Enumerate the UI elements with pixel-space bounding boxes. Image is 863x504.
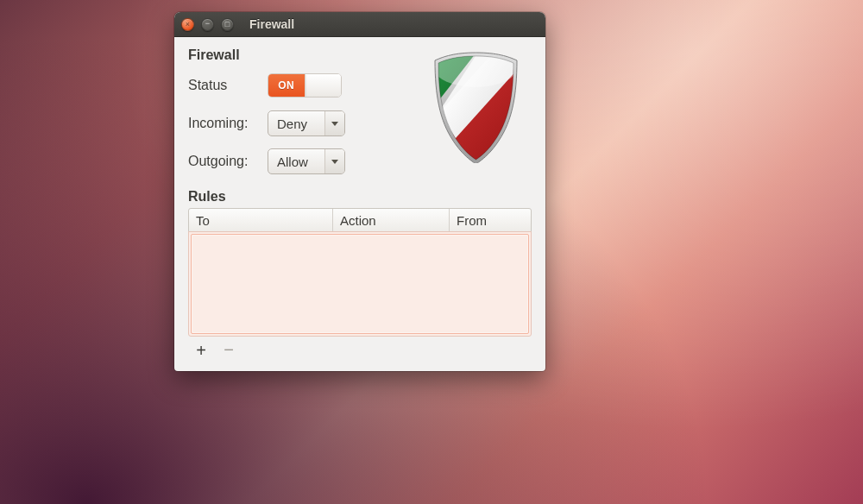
- rules-col-action[interactable]: Action: [333, 209, 450, 231]
- minimize-icon: −: [205, 20, 210, 28]
- firewall-window: × − □ Firewall Firewall Status ON Incomi…: [174, 12, 545, 371]
- incoming-row: Incoming: Deny: [188, 104, 419, 142]
- rules-table-body[interactable]: [188, 231, 532, 337]
- rules-section-title: Rules: [188, 189, 532, 205]
- shield-icon-wrap: [419, 47, 532, 163]
- rules-table-header: To Action From: [188, 208, 532, 232]
- add-rule-button[interactable]: +: [193, 342, 209, 359]
- incoming-label: Incoming:: [188, 116, 268, 131]
- shield-icon: [431, 51, 521, 163]
- firewall-section-title: Firewall: [188, 47, 419, 63]
- chevron-down-icon: [331, 160, 338, 164]
- close-icon: ×: [186, 21, 190, 28]
- window-maximize-button[interactable]: □: [221, 18, 234, 31]
- window-body: Firewall Status ON Incoming: Deny: [174, 37, 545, 371]
- incoming-select[interactable]: Deny: [268, 110, 345, 136]
- rules-table-selection-area: [191, 234, 529, 334]
- remove-rule-button[interactable]: −: [221, 341, 236, 358]
- outgoing-row: Outgoing: Allow: [188, 142, 419, 180]
- chevron-down-icon: [331, 122, 338, 126]
- titlebar[interactable]: × − □ Firewall: [174, 12, 545, 37]
- outgoing-select-arrow: [325, 149, 344, 173]
- rules-toolbar: + −: [188, 342, 532, 359]
- status-toggle-knob: [305, 74, 342, 97]
- status-toggle[interactable]: ON: [268, 73, 342, 98]
- status-label: Status: [188, 78, 268, 93]
- incoming-select-arrow: [325, 111, 344, 135]
- window-close-button[interactable]: ×: [181, 18, 194, 31]
- window-title: Firewall: [249, 17, 294, 31]
- incoming-select-value: Deny: [268, 111, 325, 135]
- outgoing-select-value: Allow: [268, 149, 325, 173]
- status-row: Status ON: [188, 66, 419, 104]
- rules-col-to[interactable]: To: [189, 209, 333, 231]
- outgoing-label: Outgoing:: [188, 154, 268, 169]
- status-toggle-on-label: ON: [268, 74, 305, 97]
- outgoing-select[interactable]: Allow: [268, 148, 345, 174]
- window-minimize-button[interactable]: −: [201, 18, 214, 31]
- rules-col-from[interactable]: From: [450, 209, 531, 231]
- maximize-icon: □: [225, 21, 230, 28]
